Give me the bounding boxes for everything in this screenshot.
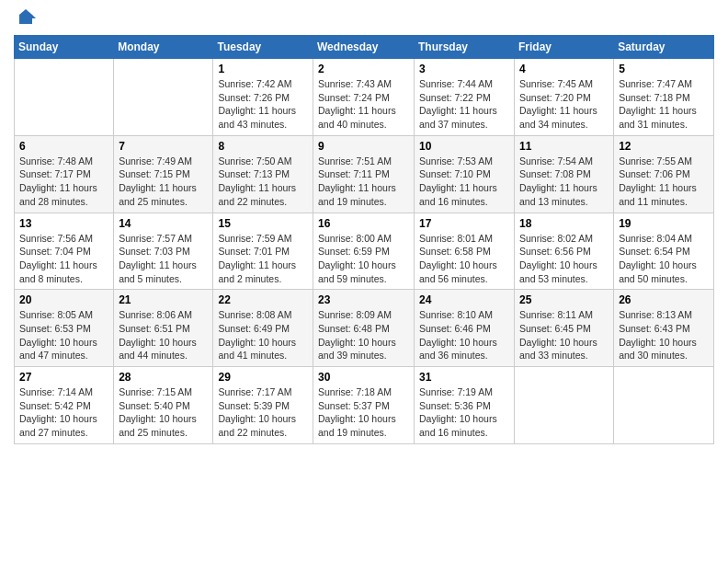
day-info: Sunrise: 7:47 AMSunset: 7:18 PMDaylight:… bbox=[619, 77, 709, 132]
calendar-cell: 13Sunrise: 7:56 AMSunset: 7:04 PMDayligh… bbox=[15, 213, 114, 290]
day-info: Sunrise: 7:51 AMSunset: 7:11 PMDaylight:… bbox=[318, 155, 409, 209]
day-info: Sunrise: 7:18 AMSunset: 5:37 PMDaylight:… bbox=[318, 385, 409, 440]
week-row-4: 27Sunrise: 7:14 AMSunset: 5:42 PMDayligh… bbox=[15, 367, 714, 444]
day-number: 10 bbox=[419, 140, 509, 153]
calendar-cell: 22Sunrise: 8:08 AMSunset: 6:49 PMDayligh… bbox=[213, 290, 313, 367]
calendar-cell: 9Sunrise: 7:51 AMSunset: 7:11 PMDaylight… bbox=[313, 135, 415, 213]
day-info: Sunrise: 8:06 AMSunset: 6:51 PMDaylight:… bbox=[119, 308, 208, 362]
day-info: Sunrise: 8:08 AMSunset: 6:49 PMDaylight:… bbox=[218, 308, 308, 362]
day-number: 24 bbox=[419, 293, 509, 306]
day-number: 30 bbox=[318, 371, 409, 384]
day-info: Sunrise: 7:42 AMSunset: 7:26 PMDaylight:… bbox=[218, 77, 308, 132]
calendar-cell: 16Sunrise: 8:00 AMSunset: 6:59 PMDayligh… bbox=[313, 213, 415, 290]
day-number: 1 bbox=[218, 63, 308, 75]
calendar-cell: 4Sunrise: 7:45 AMSunset: 7:20 PMDaylight… bbox=[515, 59, 614, 136]
day-number: 12 bbox=[619, 140, 709, 153]
calendar-cell: 11Sunrise: 7:54 AMSunset: 7:08 PMDayligh… bbox=[515, 135, 614, 213]
day-number: 23 bbox=[318, 293, 409, 306]
day-info: Sunrise: 8:02 AMSunset: 6:56 PMDaylight:… bbox=[519, 232, 609, 286]
calendar-cell bbox=[614, 367, 714, 444]
day-info: Sunrise: 7:15 AMSunset: 5:40 PMDaylight:… bbox=[119, 385, 208, 440]
week-row-1: 6Sunrise: 7:48 AMSunset: 7:17 PMDaylight… bbox=[15, 135, 714, 213]
day-number: 20 bbox=[19, 293, 108, 306]
day-info: Sunrise: 7:14 AMSunset: 5:42 PMDaylight:… bbox=[19, 385, 108, 440]
calendar-cell: 24Sunrise: 8:10 AMSunset: 6:46 PMDayligh… bbox=[415, 290, 515, 367]
weekday-header-thursday: Thursday bbox=[415, 36, 515, 59]
weekday-header-row: SundayMondayTuesdayWednesdayThursdayFrid… bbox=[15, 36, 714, 59]
day-number: 26 bbox=[619, 293, 709, 306]
day-info: Sunrise: 7:49 AMSunset: 7:15 PMDaylight:… bbox=[119, 155, 208, 209]
day-info: Sunrise: 7:19 AMSunset: 5:36 PMDaylight:… bbox=[419, 385, 509, 440]
day-info: Sunrise: 8:09 AMSunset: 6:48 PMDaylight:… bbox=[318, 308, 409, 362]
day-info: Sunrise: 7:48 AMSunset: 7:17 PMDaylight:… bbox=[19, 155, 108, 209]
calendar-cell bbox=[114, 59, 213, 136]
day-number: 19 bbox=[619, 217, 709, 230]
calendar-cell: 2Sunrise: 7:43 AMSunset: 7:24 PMDaylight… bbox=[313, 59, 415, 136]
week-row-0: 1Sunrise: 7:42 AMSunset: 7:26 PMDaylight… bbox=[15, 59, 714, 136]
day-number: 13 bbox=[19, 217, 108, 230]
calendar-cell: 6Sunrise: 7:48 AMSunset: 7:17 PMDaylight… bbox=[15, 135, 114, 213]
day-number: 7 bbox=[119, 140, 208, 153]
calendar-cell: 20Sunrise: 8:05 AMSunset: 6:53 PMDayligh… bbox=[15, 290, 114, 367]
calendar-cell: 1Sunrise: 7:42 AMSunset: 7:26 PMDaylight… bbox=[213, 59, 313, 136]
day-info: Sunrise: 8:01 AMSunset: 6:58 PMDaylight:… bbox=[419, 232, 509, 286]
day-number: 15 bbox=[218, 217, 308, 230]
calendar-cell: 18Sunrise: 8:02 AMSunset: 6:56 PMDayligh… bbox=[515, 213, 614, 290]
day-number: 16 bbox=[318, 217, 409, 230]
day-number: 6 bbox=[19, 140, 108, 153]
calendar-cell bbox=[15, 59, 114, 136]
day-number: 14 bbox=[119, 217, 208, 230]
calendar-cell bbox=[515, 367, 614, 444]
day-number: 31 bbox=[419, 371, 509, 384]
day-number: 17 bbox=[419, 217, 509, 230]
day-info: Sunrise: 7:44 AMSunset: 7:22 PMDaylight:… bbox=[419, 77, 509, 132]
weekday-header-sunday: Sunday bbox=[15, 36, 114, 59]
day-number: 27 bbox=[19, 371, 108, 384]
day-info: Sunrise: 7:55 AMSunset: 7:06 PMDaylight:… bbox=[619, 155, 709, 209]
day-number: 28 bbox=[119, 371, 208, 384]
day-number: 18 bbox=[519, 217, 609, 230]
week-row-2: 13Sunrise: 7:56 AMSunset: 7:04 PMDayligh… bbox=[15, 213, 714, 290]
calendar-cell: 10Sunrise: 7:53 AMSunset: 7:10 PMDayligh… bbox=[415, 135, 515, 213]
day-info: Sunrise: 7:57 AMSunset: 7:03 PMDaylight:… bbox=[119, 232, 208, 286]
day-number: 21 bbox=[119, 293, 208, 306]
day-info: Sunrise: 7:54 AMSunset: 7:08 PMDaylight:… bbox=[519, 155, 609, 209]
day-number: 29 bbox=[218, 371, 308, 384]
day-info: Sunrise: 7:45 AMSunset: 7:20 PMDaylight:… bbox=[519, 77, 609, 132]
day-number: 8 bbox=[218, 140, 308, 153]
week-row-3: 20Sunrise: 8:05 AMSunset: 6:53 PMDayligh… bbox=[15, 290, 714, 367]
calendar-cell: 19Sunrise: 8:04 AMSunset: 6:54 PMDayligh… bbox=[614, 213, 714, 290]
svg-marker-1 bbox=[32, 15, 36, 18]
calendar-cell: 23Sunrise: 8:09 AMSunset: 6:48 PMDayligh… bbox=[313, 290, 415, 367]
logo bbox=[14, 9, 36, 28]
day-number: 2 bbox=[318, 63, 409, 75]
calendar-cell: 3Sunrise: 7:44 AMSunset: 7:22 PMDaylight… bbox=[415, 59, 515, 136]
day-number: 25 bbox=[519, 293, 609, 306]
day-info: Sunrise: 8:13 AMSunset: 6:43 PMDaylight:… bbox=[619, 308, 709, 362]
calendar-cell: 25Sunrise: 8:11 AMSunset: 6:45 PMDayligh… bbox=[515, 290, 614, 367]
calendar-cell: 5Sunrise: 7:47 AMSunset: 7:18 PMDaylight… bbox=[614, 59, 714, 136]
day-info: Sunrise: 7:50 AMSunset: 7:13 PMDaylight:… bbox=[218, 155, 308, 209]
day-number: 9 bbox=[318, 140, 409, 153]
calendar-cell: 15Sunrise: 7:59 AMSunset: 7:01 PMDayligh… bbox=[213, 213, 313, 290]
calendar-table: SundayMondayTuesdayWednesdayThursdayFrid… bbox=[14, 35, 714, 444]
weekday-header-tuesday: Tuesday bbox=[213, 36, 313, 59]
day-info: Sunrise: 7:56 AMSunset: 7:04 PMDaylight:… bbox=[19, 232, 108, 286]
calendar-cell: 26Sunrise: 8:13 AMSunset: 6:43 PMDayligh… bbox=[614, 290, 714, 367]
day-number: 4 bbox=[519, 63, 609, 75]
day-number: 22 bbox=[218, 293, 308, 306]
day-info: Sunrise: 8:10 AMSunset: 6:46 PMDaylight:… bbox=[419, 308, 509, 362]
weekday-header-monday: Monday bbox=[114, 36, 213, 59]
calendar-cell: 28Sunrise: 7:15 AMSunset: 5:40 PMDayligh… bbox=[114, 367, 213, 444]
calendar-cell: 8Sunrise: 7:50 AMSunset: 7:13 PMDaylight… bbox=[213, 135, 313, 213]
day-info: Sunrise: 8:00 AMSunset: 6:59 PMDaylight:… bbox=[318, 232, 409, 286]
calendar-cell: 27Sunrise: 7:14 AMSunset: 5:42 PMDayligh… bbox=[15, 367, 114, 444]
header bbox=[14, 9, 714, 28]
day-info: Sunrise: 7:59 AMSunset: 7:01 PMDaylight:… bbox=[218, 232, 308, 286]
svg-marker-0 bbox=[19, 9, 32, 24]
calendar-cell: 21Sunrise: 8:06 AMSunset: 6:51 PMDayligh… bbox=[114, 290, 213, 367]
calendar-cell: 29Sunrise: 7:17 AMSunset: 5:39 PMDayligh… bbox=[213, 367, 313, 444]
day-info: Sunrise: 8:11 AMSunset: 6:45 PMDaylight:… bbox=[519, 308, 609, 362]
day-number: 11 bbox=[519, 140, 609, 153]
day-number: 3 bbox=[419, 63, 509, 75]
